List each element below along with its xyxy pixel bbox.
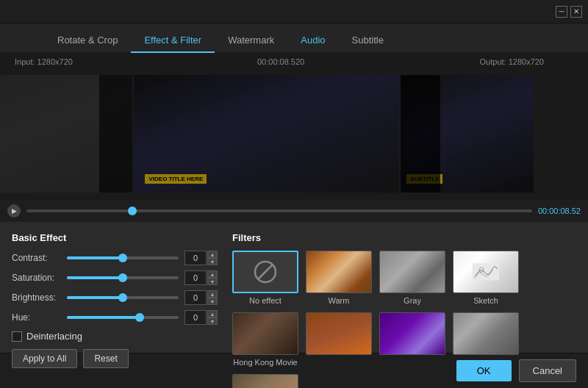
apply-all-button[interactable]: Apply to All xyxy=(12,349,77,368)
hue-down[interactable]: ▼ xyxy=(207,317,218,325)
tab-rotate-crop[interactable]: Rotate & Crop xyxy=(44,29,131,53)
brightness-label: Brightness: xyxy=(12,292,67,303)
filter-thumb-no-effect xyxy=(232,251,298,293)
filters-title: Filters xyxy=(232,232,576,243)
play-button[interactable]: ▶ xyxy=(7,204,21,218)
scrubber-time: 00:00:08.52 xyxy=(538,206,581,215)
filter-label-sketch: Sketch xyxy=(473,296,498,305)
contrast-fill xyxy=(67,256,123,259)
cancel-button[interactable]: Cancel xyxy=(519,359,576,382)
preview-thumb-left xyxy=(0,75,132,193)
brightness-down[interactable]: ▼ xyxy=(207,298,218,305)
deinterlacing-checkbox[interactable] xyxy=(12,331,22,342)
contrast-down[interactable]: ▼ xyxy=(207,258,218,265)
main-content: Basic Effect Contrast: 0 ▲ ▼ Saturation:… xyxy=(0,222,588,353)
preview-thumb-middle: VIDEO TITLE HERE xyxy=(134,75,399,193)
filter-item-row2-1[interactable] xyxy=(306,312,372,367)
hue-fill xyxy=(67,316,140,319)
filter-thumb-gray xyxy=(379,251,445,293)
preview-label-left: Input: 1280x720 xyxy=(15,57,73,66)
svg-rect-2 xyxy=(473,263,499,280)
deinterlacing-label: Deinterlacing xyxy=(26,331,82,342)
contrast-row: Contrast: 0 ▲ ▼ xyxy=(12,251,218,265)
saturation-spinner[interactable]: ▲ ▼ xyxy=(207,270,218,285)
filter-item-no-effect[interactable]: No effect xyxy=(232,251,298,305)
scrubber-bar: ▶ 00:00:08.52 xyxy=(0,200,588,222)
reset-button[interactable]: Reset xyxy=(83,349,128,368)
brightness-track[interactable] xyxy=(67,296,179,299)
contrast-label: Contrast: xyxy=(12,253,67,263)
brightness-up[interactable]: ▲ xyxy=(207,290,218,298)
filter-thumb-row2-1 xyxy=(306,312,372,355)
filter-label-warm: Warm xyxy=(329,296,350,305)
filters-panel: Filters No effect Warm Gray xyxy=(232,232,576,342)
svg-line-1 xyxy=(258,265,273,279)
saturation-track[interactable] xyxy=(67,276,179,279)
filter-label-gray: Gray xyxy=(404,296,421,305)
saturation-up[interactable]: ▲ xyxy=(207,270,218,278)
contrast-thumb[interactable] xyxy=(118,254,127,262)
deinterlacing-row: Deinterlacing xyxy=(12,331,218,342)
preview-label-middle: 00:00:08.520 xyxy=(257,57,304,66)
filter-thumb-hk-movie xyxy=(232,312,298,355)
hue-row: Hue: 0 ▲ ▼ xyxy=(12,310,218,325)
saturation-label: Saturation: xyxy=(12,273,67,283)
saturation-fill xyxy=(67,276,123,279)
preview-label-right: Output: 1280x720 xyxy=(480,57,544,66)
filter-thumb-row2-4 xyxy=(232,374,298,388)
contrast-track[interactable] xyxy=(67,256,179,259)
action-buttons: Apply to All Reset xyxy=(12,349,218,368)
tab-audio[interactable]: Audio xyxy=(287,29,338,53)
contrast-value: 0 xyxy=(184,251,207,265)
basic-effect-title: Basic Effect xyxy=(12,232,218,243)
hue-thumb[interactable] xyxy=(135,313,144,322)
saturation-thumb[interactable] xyxy=(118,273,127,282)
ok-button[interactable]: OK xyxy=(456,360,512,381)
contrast-up[interactable]: ▲ xyxy=(207,251,218,258)
filter-thumb-row2-3 xyxy=(453,312,519,355)
tab-subtitle[interactable]: Subtitle xyxy=(339,29,397,53)
filter-thumb-sketch xyxy=(453,251,519,293)
saturation-value: 0 xyxy=(184,270,207,285)
preview-strip: VIDEO TITLE HERE SUBTITLE xyxy=(0,75,588,193)
hue-spinner[interactable]: ▲ ▼ xyxy=(207,310,218,325)
tab-effect-filter[interactable]: Effect & Filter xyxy=(131,29,215,53)
hue-label: Hue: xyxy=(12,312,67,323)
filter-item-row2-2[interactable] xyxy=(379,312,445,367)
brightness-row: Brightness: 0 ▲ ▼ xyxy=(12,290,218,305)
brightness-spinner[interactable]: ▲ ▼ xyxy=(207,290,218,305)
close-button[interactable]: ✕ xyxy=(570,6,582,18)
tab-bar: Rotate & Crop Effect & Filter Watermark … xyxy=(0,24,588,53)
minimize-button[interactable]: ─ xyxy=(556,6,567,18)
brightness-fill xyxy=(67,296,123,299)
filter-item-row2-4[interactable] xyxy=(232,374,298,388)
contrast-spinner[interactable]: ▲ ▼ xyxy=(207,251,218,265)
filter-label-no-effect: No effect xyxy=(249,296,282,305)
saturation-down[interactable]: ▼ xyxy=(207,278,218,285)
filter-thumb-warm xyxy=(306,251,372,293)
preview-thumb-right: SUBTITLE xyxy=(401,75,533,193)
hue-track[interactable] xyxy=(67,316,179,319)
scrubber-thumb[interactable] xyxy=(128,206,137,215)
filter-item-hk-movie[interactable]: Hong Kong Movie xyxy=(232,312,298,367)
saturation-row: Saturation: 0 ▲ ▼ xyxy=(12,270,218,285)
filter-item-warm[interactable]: Warm xyxy=(306,251,372,305)
filter-item-sketch[interactable]: Sketch xyxy=(453,251,519,305)
hue-up[interactable]: ▲ xyxy=(207,310,218,317)
filter-item-row2-3[interactable] xyxy=(453,312,519,367)
preview-thumb-far-right xyxy=(535,75,588,193)
titlebar: ─ ✕ xyxy=(0,0,588,24)
filter-item-gray[interactable]: Gray xyxy=(379,251,445,305)
basic-effect-panel: Basic Effect Contrast: 0 ▲ ▼ Saturation:… xyxy=(12,232,218,342)
hue-value: 0 xyxy=(184,310,207,325)
filter-thumb-row2-2 xyxy=(379,312,445,355)
brightness-value: 0 xyxy=(184,290,207,305)
preview-area: Input: 1280x720 00:00:08.520 Output: 128… xyxy=(0,53,588,200)
filter-label-hk-movie: Hong Kong Movie xyxy=(233,358,297,367)
scrubber-track[interactable] xyxy=(26,209,532,212)
tab-watermark[interactable]: Watermark xyxy=(215,29,287,53)
brightness-thumb[interactable] xyxy=(118,293,127,302)
